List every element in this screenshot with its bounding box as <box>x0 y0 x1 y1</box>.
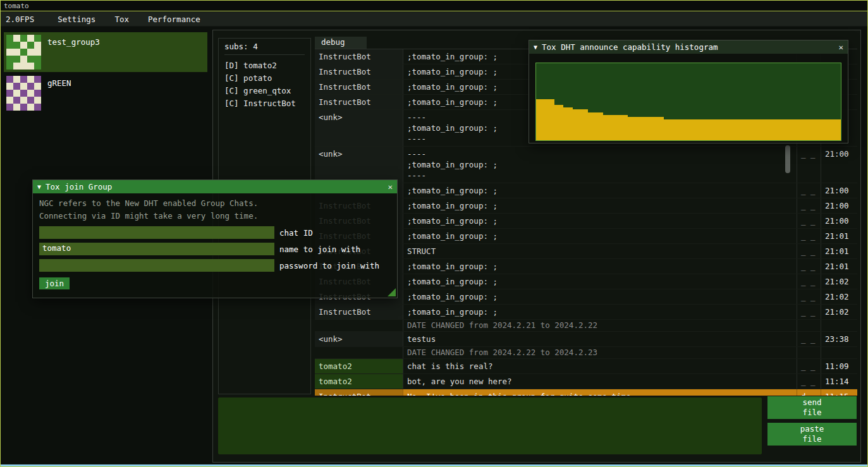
dht-histogram-window: ▼ Tox DHT announce capability histogram … <box>529 40 848 143</box>
close-icon[interactable]: ✕ <box>388 182 393 191</box>
chat-row-name: InstructBot <box>315 49 403 64</box>
chat-row-message: chat is this real? <box>403 359 797 373</box>
chat-id-label: chat ID <box>279 228 313 238</box>
chat-row-flags: _ _ <box>797 198 821 213</box>
chat-row-message: STRUCT <box>403 244 797 258</box>
chat-row-flags: _ _ <box>797 332 821 346</box>
chat-id-input[interactable] <box>39 226 274 239</box>
tab-debug[interactable]: debug <box>315 37 367 49</box>
send-file-button[interactable]: send file <box>767 396 857 419</box>
chat-row-message: DATE CHANGED from 2024.2.22 to 2024.2.23 <box>403 347 797 358</box>
chat-row-message: DATE CHANGED from 2024.2.21 to 2024.2.22 <box>403 320 797 331</box>
join-name-input[interactable]: tomato <box>39 243 274 255</box>
histogram-window-title: Tox DHT announce capability histogram <box>542 42 718 52</box>
chat-row-message: ;tomato_in_group: ; <box>403 305 797 319</box>
histogram-bar <box>554 105 563 140</box>
histogram-bar <box>664 119 841 140</box>
member-item[interactable]: [D] tomato2 <box>224 59 305 72</box>
member-item[interactable]: [C] green_qtox <box>224 85 305 97</box>
join-password-input[interactable] <box>39 259 274 272</box>
chat-row-message: ;tomato_in_group: ; <box>403 214 797 228</box>
join-name-value: tomato <box>42 243 71 253</box>
chat-row-name: <unk> <box>315 110 403 146</box>
chat-row-name: InstructBot <box>315 305 403 319</box>
chat-row-time: 21:01 <box>821 229 857 243</box>
menu-performance[interactable]: Performance <box>138 15 210 24</box>
date-separator-row[interactable]: DATE CHANGED from 2024.2.22 to 2024.2.23 <box>315 347 857 359</box>
join-window-titlebar[interactable]: ▼ Tox join Group ✕ <box>33 180 397 193</box>
chat-row-time: 23:38 <box>821 332 857 346</box>
histogram-bar <box>628 117 664 140</box>
chat-row-name: <unk> <box>315 332 403 346</box>
group-item-test_group3[interactable]: test_group3 <box>4 32 207 72</box>
chat-row-flags: _ _ <box>797 244 821 258</box>
group-item-gREEN[interactable]: gREEN <box>4 73 207 113</box>
chat-row-message: ;tomato_in_group: ; <box>403 229 797 243</box>
chat-row[interactable]: <unk>testus_ _23:38 <box>315 332 857 347</box>
bottom-edge-accent <box>1 464 867 466</box>
chat-row-name: InstructBot <box>315 64 403 79</box>
join-button[interactable]: join <box>39 277 70 289</box>
group-avatar <box>6 35 41 70</box>
collapse-arrow-icon[interactable]: ▼ <box>37 183 41 190</box>
chat-row-flags: _ _ <box>797 147 821 183</box>
chat-row-flags: _ _ <box>797 259 821 274</box>
chat-row-time: 11:15 <box>821 389 857 396</box>
chat-row-time: 21:01 <box>821 244 857 258</box>
histogram-bar <box>603 115 628 140</box>
close-icon[interactable]: ✕ <box>838 42 843 52</box>
app-window: tomato 2.0FPS Settings Tox Performance t… <box>0 0 868 467</box>
chat-row[interactable]: tomato2bot, are you new here?_ _11:14 <box>315 374 857 389</box>
chat-row[interactable]: tomato2chat is this real?_ _11:09 <box>315 359 857 374</box>
join-hint-1: NGC refers to the New DHT enabled Group … <box>39 197 391 210</box>
chat-row-name: <unk> <box>315 147 403 183</box>
menubar: 2.0FPS Settings Tox Performance <box>1 12 867 27</box>
chat-row-name <box>315 347 403 358</box>
paste-file-button[interactable]: paste file <box>767 423 857 446</box>
join-name-label: name to join with <box>279 245 360 254</box>
chat-row-flags: _ _ <box>797 229 821 243</box>
resize-grip-icon[interactable] <box>388 288 396 296</box>
chat-row-time: 21:02 <box>821 289 857 304</box>
join-group-window: ▼ Tox join Group ✕ NGC refers to the New… <box>32 179 398 298</box>
join-window-title: Tox join Group <box>46 182 112 191</box>
histogram-window-titlebar[interactable]: ▼ Tox DHT announce capability histogram … <box>529 40 848 54</box>
chat-row-time: 21:00 <box>821 147 857 183</box>
chat-row-name: tomato2 <box>315 374 403 389</box>
histogram-plot <box>535 63 841 141</box>
message-input[interactable] <box>218 397 762 454</box>
chat-row-time <box>821 320 857 331</box>
chat-row[interactable]: <unk>---- ;tomato_in_group: ; ----_ _21:… <box>315 147 857 183</box>
chat-row-message: ---- ;tomato_in_group: ; ---- <box>403 147 797 183</box>
subs-list: [D] tomato2[C] potato[C] green_qtox[C] I… <box>224 59 305 110</box>
chat-row-name <box>315 320 403 331</box>
collapse-arrow-icon[interactable]: ▼ <box>534 44 537 51</box>
chat-row-name: InstructBot <box>315 80 403 94</box>
chat-row-time: 21:00 <box>821 198 857 213</box>
member-item[interactable]: [C] potato <box>224 72 305 85</box>
date-separator-row[interactable]: DATE CHANGED from 2024.2.21 to 2024.2.22 <box>315 320 857 332</box>
chat-row-message: testus <box>403 332 797 346</box>
chat-row-message: ;tomato_in_group: ; <box>403 183 797 198</box>
chat-row-time: 21:02 <box>821 305 857 319</box>
menu-settings[interactable]: Settings <box>48 15 105 24</box>
histogram-bar <box>563 107 572 140</box>
chat-row-flags <box>797 320 821 331</box>
chat-row[interactable]: InstructBotNo, I've been in this group f… <box>315 389 857 396</box>
chat-row-time: 21:02 <box>821 274 857 289</box>
chat-row-name: tomato2 <box>315 359 403 373</box>
member-item[interactable]: [C] InstructBot <box>224 97 305 110</box>
chat-row-message: ;tomato_in_group: ; <box>403 198 797 213</box>
chat-row-flags: _ _ <box>797 183 821 198</box>
chat-row-time: 21:01 <box>821 259 857 274</box>
chat-row-flags <box>797 347 821 358</box>
histogram-window-body <box>529 54 848 143</box>
join-password-label: password to join with <box>279 261 379 270</box>
group-name: gREEN <box>47 76 71 111</box>
chat-row-message: No, I've been in this group for quite so… <box>403 389 797 396</box>
chat-row-time <box>821 347 857 358</box>
chat-row[interactable]: InstructBot;tomato_in_group: ;_ _21:02 <box>315 305 857 320</box>
menu-tox[interactable]: Tox <box>105 15 138 24</box>
group-list: test_group3gREEN <box>4 32 207 114</box>
chat-scrollbar[interactable] <box>785 145 790 173</box>
